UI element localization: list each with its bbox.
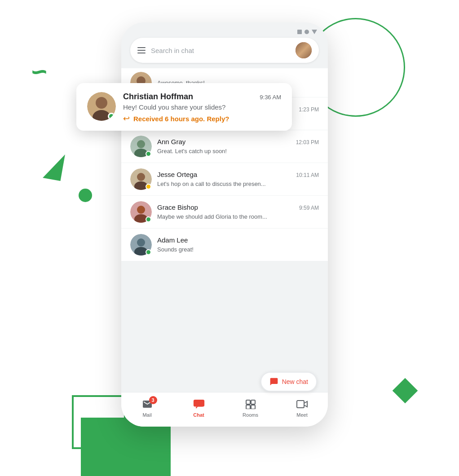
chat-content: Adam Lee Sounds great! xyxy=(157,236,319,253)
deco-triangle xyxy=(43,151,65,181)
svg-rect-23 xyxy=(297,401,304,408)
svg-point-7 xyxy=(137,140,145,148)
notif-online-dot xyxy=(108,113,115,120)
nav-item-meet[interactable]: Meet xyxy=(276,396,328,419)
message-time: 1:23 PM xyxy=(299,106,319,113)
list-item[interactable]: Adam Lee Sounds great! xyxy=(121,229,328,261)
notif-sender-name: Christian Hoffman xyxy=(123,92,193,101)
svg-rect-20 xyxy=(251,400,255,404)
contact-name: Ann Gray xyxy=(157,138,185,145)
menu-icon[interactable] xyxy=(137,47,146,53)
wifi-icon xyxy=(305,30,309,34)
notif-message: Hey! Could you share your slides? xyxy=(123,103,281,111)
notif-avatar xyxy=(87,92,116,123)
svg-point-10 xyxy=(137,173,145,181)
signal-icon xyxy=(297,30,302,34)
online-status-dot xyxy=(146,249,151,255)
chat-message: Sounds great! xyxy=(157,246,194,253)
mail-nav-label: Mail xyxy=(142,412,151,418)
notif-avatar-circle xyxy=(87,92,116,121)
chat-message: Let's hop on a call to discuss the prese… xyxy=(157,181,266,187)
mail-nav-icon: 3 xyxy=(138,398,156,410)
notif-action-text: Received 6 hours ago. Reply? xyxy=(133,115,229,123)
chat-bubble-icon xyxy=(269,377,278,386)
list-item[interactable]: Jesse Ortega 10:11 AM Let's hop on a cal… xyxy=(121,163,328,196)
avatar-wrap xyxy=(130,136,152,157)
chat-header: Grace Bishop 9:59 AM xyxy=(157,203,319,211)
nav-item-rooms[interactable]: Rooms xyxy=(225,396,276,419)
message-time: 10:11 AM xyxy=(296,172,319,178)
battery-icon xyxy=(312,30,317,34)
chat-nav-label: Chat xyxy=(193,412,204,418)
notif-top: Christian Hoffman 9:36 AM xyxy=(123,92,281,101)
list-item[interactable]: Grace Bishop 9:59 AM Maybe we should add… xyxy=(121,196,328,229)
mail-badge: 3 xyxy=(149,396,157,404)
chat-header: Ann Gray 12:03 PM xyxy=(157,138,319,145)
rooms-nav-icon xyxy=(242,398,260,410)
avatar-wrap xyxy=(130,234,152,256)
deco-circle-solid xyxy=(79,189,92,202)
avatar-wrap xyxy=(130,168,152,190)
chat-message: Great. Let's catch up soon! xyxy=(157,148,227,154)
svg-rect-21 xyxy=(246,405,250,409)
notif-timestamp: 9:36 AM xyxy=(260,94,281,101)
online-status-dot xyxy=(146,216,151,222)
list-item[interactable]: Ann Gray 12:03 PM Great. Let's catch up … xyxy=(121,130,328,163)
svg-point-13 xyxy=(137,206,145,214)
chat-content: Ann Gray 12:03 PM Great. Let's catch up … xyxy=(157,138,319,155)
contact-name: Grace Bishop xyxy=(157,203,198,211)
svg-rect-22 xyxy=(251,405,255,409)
rooms-nav-label: Rooms xyxy=(243,412,258,418)
meet-nav-icon xyxy=(293,398,311,410)
nav-item-mail[interactable]: 3 Mail xyxy=(121,396,173,419)
deco-diamond xyxy=(393,378,418,404)
meet-nav-label: Meet xyxy=(296,412,307,418)
nav-item-chat[interactable]: Chat xyxy=(173,396,225,419)
user-avatar[interactable] xyxy=(296,42,312,58)
chat-content: Grace Bishop 9:59 AM Maybe we should add… xyxy=(157,203,319,220)
chat-content: Jesse Ortega 10:11 AM Let's hop on a cal… xyxy=(157,171,319,188)
chat-message: Maybe we should add Gloria to the room..… xyxy=(157,213,267,220)
bottom-navigation: 3 Mail Chat Roo xyxy=(121,392,328,427)
message-time: 9:59 AM xyxy=(299,205,319,211)
svg-point-25 xyxy=(96,97,107,109)
notif-content: Christian Hoffman 9:36 AM Hey! Could you… xyxy=(123,92,281,123)
chat-header: Jesse Ortega 10:11 AM xyxy=(157,171,319,178)
notif-action[interactable]: ↩ Received 6 hours ago. Reply? xyxy=(123,114,281,123)
search-bar[interactable]: Search in chat xyxy=(130,38,319,63)
new-chat-label: New chat xyxy=(282,378,308,385)
search-placeholder: Search in chat xyxy=(151,47,290,54)
message-time: 12:03 PM xyxy=(296,139,319,145)
contact-name: Adam Lee xyxy=(157,236,188,244)
away-status-dot xyxy=(146,184,151,190)
new-chat-button[interactable]: New chat xyxy=(260,372,317,392)
svg-point-16 xyxy=(137,238,145,247)
reply-icon: ↩ xyxy=(123,114,130,123)
notification-popup[interactable]: Christian Hoffman 9:36 AM Hey! Could you… xyxy=(76,83,292,131)
chat-header: Adam Lee xyxy=(157,236,319,244)
status-bar xyxy=(121,22,328,38)
online-status-dot xyxy=(146,151,151,157)
chat-nav-icon xyxy=(190,398,208,410)
deco-squiggle: ~ xyxy=(31,58,47,85)
svg-rect-19 xyxy=(246,400,250,404)
contact-name: Jesse Ortega xyxy=(157,171,197,178)
avatar-wrap xyxy=(130,201,152,223)
